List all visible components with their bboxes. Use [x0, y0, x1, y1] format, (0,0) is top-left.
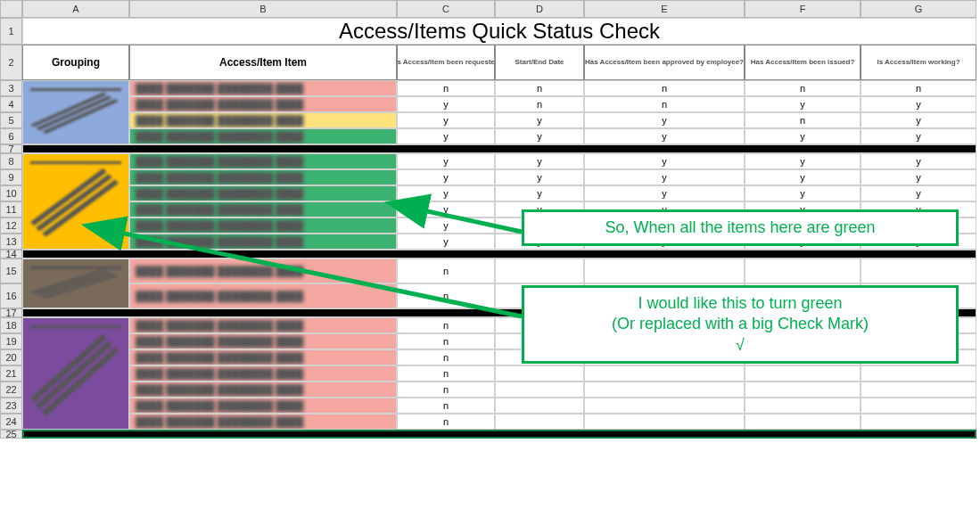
column-header-B[interactable]: B	[129, 0, 397, 18]
item-cell-r19[interactable]: ████ ███████ ████████ ████	[129, 333, 397, 349]
item-cell-r13[interactable]: ████ ███████ ████████ ████	[129, 234, 397, 250]
data-cell-r21-c5[interactable]	[584, 365, 745, 381]
data-cell-r23-c4[interactable]	[495, 398, 584, 414]
data-cell-r10-c7[interactable]: y	[861, 185, 976, 201]
column-header-F[interactable]: F	[745, 0, 861, 18]
data-cell-r5-c3[interactable]: y	[397, 112, 495, 128]
group-cell-blue[interactable]	[22, 80, 129, 144]
row-header-13[interactable]: 13	[0, 234, 22, 250]
row-header-23[interactable]: 23	[0, 398, 22, 414]
column-header-A[interactable]: A	[22, 0, 129, 18]
data-cell-r9-c7[interactable]: y	[861, 169, 976, 185]
row-header-24[interactable]: 24	[0, 414, 22, 430]
data-cell-r11-c3[interactable]: y	[397, 201, 495, 217]
data-cell-r5-c6[interactable]: n	[745, 112, 861, 128]
data-cell-r23-c5[interactable]	[584, 398, 745, 414]
data-cell-r24-c4[interactable]	[495, 414, 584, 430]
item-cell-r10[interactable]: ████ ███████ ████████ ████	[129, 185, 397, 201]
data-cell-r21-c7[interactable]	[861, 365, 976, 381]
data-cell-r22-c3[interactable]: n	[397, 381, 495, 398]
data-cell-r5-c4[interactable]: y	[495, 112, 584, 128]
item-cell-r21[interactable]: ████ ███████ ████████ ████	[129, 365, 397, 381]
data-cell-r15-c4[interactable]	[495, 258, 584, 283]
item-cell-r16[interactable]: ████ ███████ ████████ ████	[129, 283, 397, 308]
column-header-E[interactable]: E	[584, 0, 745, 18]
data-cell-r24-c7[interactable]	[861, 414, 976, 430]
data-cell-r15-c7[interactable]	[861, 258, 976, 283]
data-cell-r6-c7[interactable]: y	[861, 128, 976, 144]
data-cell-r24-c3[interactable]: n	[397, 414, 495, 430]
item-cell-r12[interactable]: ████ ███████ ████████ ████	[129, 217, 397, 234]
data-cell-r22-c4[interactable]	[495, 381, 584, 398]
data-cell-r8-c6[interactable]: y	[745, 153, 861, 169]
data-cell-r10-c3[interactable]: y	[397, 185, 495, 201]
item-cell-r6[interactable]: ████ ███████ ████████ ████	[129, 128, 397, 144]
data-cell-r21-c4[interactable]	[495, 365, 584, 381]
group-cell-orange[interactable]	[22, 153, 129, 250]
data-cell-r23-c7[interactable]	[861, 398, 976, 414]
data-cell-r22-c7[interactable]	[861, 381, 976, 398]
data-cell-r24-c5[interactable]	[584, 414, 745, 430]
row-header-8[interactable]: 8	[0, 153, 22, 169]
data-cell-r23-c6[interactable]	[745, 398, 861, 414]
row-header-17[interactable]: 17	[0, 308, 22, 317]
data-cell-r4-c7[interactable]: y	[861, 96, 976, 112]
data-cell-r13-c3[interactable]: y	[397, 234, 495, 250]
data-cell-r3-c7[interactable]: n	[861, 80, 976, 96]
item-cell-r9[interactable]: ████ ███████ ████████ ████	[129, 169, 397, 185]
data-cell-r20-c3[interactable]: n	[397, 349, 495, 365]
data-cell-r4-c4[interactable]: n	[495, 96, 584, 112]
item-cell-r3[interactable]: ████ ███████ ████████ ████	[129, 80, 397, 96]
item-cell-r18[interactable]: ████ ███████ ████████ ████	[129, 317, 397, 333]
data-cell-r19-c3[interactable]: n	[397, 333, 495, 349]
row-header-14[interactable]: 14	[0, 250, 22, 258]
data-cell-r6-c6[interactable]: y	[745, 128, 861, 144]
data-cell-r23-c3[interactable]: n	[397, 398, 495, 414]
data-cell-r15-c3[interactable]: n	[397, 258, 495, 283]
item-cell-r15[interactable]: ████ ███████ ████████ ████	[129, 258, 397, 283]
data-cell-r10-c6[interactable]: y	[745, 185, 861, 201]
data-cell-r4-c5[interactable]: n	[584, 96, 745, 112]
item-cell-r8[interactable]: ████ ███████ ████████ ████	[129, 153, 397, 169]
column-header-G[interactable]: G	[861, 0, 976, 18]
data-cell-r5-c5[interactable]: y	[584, 112, 745, 128]
data-cell-r22-c5[interactable]	[584, 381, 745, 398]
data-cell-r3-c4[interactable]: n	[495, 80, 584, 96]
data-cell-r8-c4[interactable]: y	[495, 153, 584, 169]
row-header-25[interactable]: 25	[0, 430, 22, 439]
data-cell-r3-c3[interactable]: n	[397, 80, 495, 96]
row-header-16[interactable]: 16	[0, 283, 22, 308]
column-header-D[interactable]: D	[495, 0, 584, 18]
data-cell-r9-c5[interactable]: y	[584, 169, 745, 185]
data-cell-r12-c3[interactable]: y	[397, 217, 495, 234]
data-cell-r24-c6[interactable]	[745, 414, 861, 430]
item-cell-r23[interactable]: ████ ███████ ████████ ████	[129, 398, 397, 414]
data-cell-r9-c3[interactable]: y	[397, 169, 495, 185]
row-header-19[interactable]: 19	[0, 333, 22, 349]
row-header-5[interactable]: 5	[0, 112, 22, 128]
row-header-20[interactable]: 20	[0, 349, 22, 365]
data-cell-r21-c3[interactable]: n	[397, 365, 495, 381]
row-header-3[interactable]: 3	[0, 80, 22, 96]
data-cell-r9-c4[interactable]: y	[495, 169, 584, 185]
data-cell-r4-c6[interactable]: y	[745, 96, 861, 112]
item-cell-r20[interactable]: ████ ███████ ████████ ████	[129, 349, 397, 365]
data-cell-r8-c3[interactable]: y	[397, 153, 495, 169]
row-header-12[interactable]: 12	[0, 217, 22, 234]
row-header-10[interactable]: 10	[0, 185, 22, 201]
data-cell-r15-c5[interactable]	[584, 258, 745, 283]
row-header-18[interactable]: 18	[0, 317, 22, 333]
data-cell-r4-c3[interactable]: y	[397, 96, 495, 112]
data-cell-r18-c3[interactable]: n	[397, 317, 495, 333]
row-header-1[interactable]: 1	[0, 18, 22, 45]
data-cell-r6-c4[interactable]: y	[495, 128, 584, 144]
row-header-7[interactable]: 7	[0, 144, 22, 153]
data-cell-r10-c5[interactable]: y	[584, 185, 745, 201]
data-cell-r9-c6[interactable]: y	[745, 169, 861, 185]
data-cell-r21-c6[interactable]	[745, 365, 861, 381]
data-cell-r15-c6[interactable]	[745, 258, 861, 283]
item-cell-r11[interactable]: ████ ███████ ████████ ████	[129, 201, 397, 217]
item-cell-r4[interactable]: ████ ███████ ████████ ████	[129, 96, 397, 112]
data-cell-r5-c7[interactable]: y	[861, 112, 976, 128]
row-header-6[interactable]: 6	[0, 128, 22, 144]
